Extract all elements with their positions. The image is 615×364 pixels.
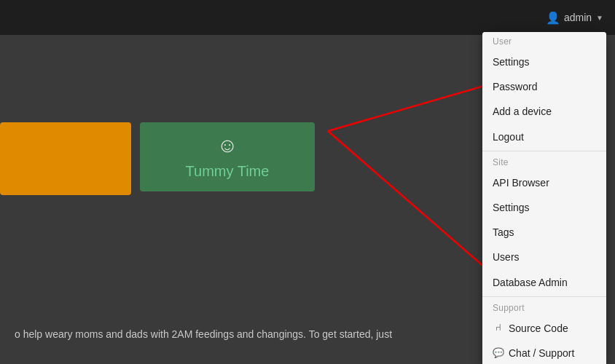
menu-item-chat-support[interactable]: 💬 Chat / Support — [482, 341, 606, 364]
source-code-icon: ⑁ — [493, 322, 504, 334]
dropdown-menu: User Settings Password Add a device Logo… — [482, 32, 606, 364]
menu-item-tags[interactable]: Tags — [482, 220, 606, 245]
section-label-support: Support — [482, 298, 606, 316]
card-green: ☺ Tummy Time — [140, 122, 315, 191]
source-code-label: Source Code — [509, 322, 568, 335]
chat-support-icon: 💬 — [493, 347, 504, 360]
section-label-user: User — [482, 32, 606, 50]
cards-row: ☺ Tummy Time — [0, 122, 315, 195]
top-bar: 👤 admin ▼ — [0, 0, 615, 35]
menu-item-api-browser[interactable]: API Browser — [482, 170, 606, 195]
smiley-icon: ☺ — [217, 134, 238, 157]
chevron-down-icon: ▼ — [596, 14, 603, 22]
menu-item-logout[interactable]: Logout — [482, 124, 606, 149]
card-title: Tummy Time — [186, 163, 270, 180]
user-menu-trigger[interactable]: 👤 admin ▼ — [547, 11, 603, 24]
menu-item-settings-site[interactable]: Settings — [482, 195, 606, 220]
section-label-site: Site — [482, 153, 606, 170]
menu-item-users[interactable]: Users — [482, 245, 606, 269]
menu-item-source-code[interactable]: ⑁ Source Code — [482, 316, 606, 341]
menu-item-add-device[interactable]: Add a device — [482, 99, 606, 124]
divider-1 — [482, 151, 606, 151]
menu-item-database-admin[interactable]: Database Admin — [482, 270, 606, 295]
chat-support-label: Chat / Support — [509, 347, 574, 360]
username-label: admin — [564, 12, 592, 23]
menu-item-settings-user[interactable]: Settings — [482, 50, 606, 74]
divider-2 — [482, 296, 606, 297]
menu-item-password[interactable]: Password — [482, 74, 606, 99]
user-icon: 👤 — [547, 11, 560, 24]
card-orange — [0, 122, 131, 195]
